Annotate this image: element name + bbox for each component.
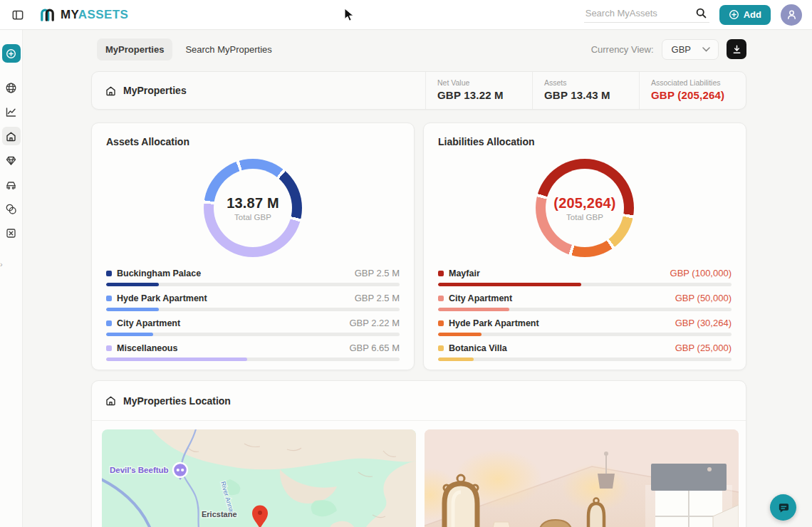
currency-select[interactable]: GBP bbox=[662, 39, 719, 60]
property-photo[interactable] bbox=[425, 429, 739, 527]
sidebar-add-button[interactable] bbox=[2, 44, 21, 63]
donut-total-value: (205,264) bbox=[553, 195, 615, 212]
legend-name: Buckingham Palace bbox=[117, 268, 201, 278]
legend-item[interactable]: Botanica Villa GBP (25,000) bbox=[438, 343, 732, 361]
avatar[interactable] bbox=[781, 4, 802, 26]
sidebar-item-valuables[interactable] bbox=[2, 151, 21, 169]
donut-total-value: 13.87 M bbox=[227, 195, 279, 212]
stat-label: Associated Liabilities bbox=[651, 78, 734, 87]
assets-donut-chart[interactable]: 13.87 M Total GBP bbox=[204, 159, 302, 257]
legend-bar-fill bbox=[438, 358, 474, 361]
legend-bar-track bbox=[438, 333, 732, 336]
sidebar-item-properties[interactable] bbox=[2, 127, 21, 145]
main-content: MyProperties Search MyProperties Currenc… bbox=[23, 30, 812, 527]
legend-bar-fill bbox=[438, 308, 509, 311]
legend-bullet bbox=[438, 271, 444, 276]
legend-bar-track bbox=[106, 333, 400, 336]
legend-bullet bbox=[106, 271, 112, 276]
search-input[interactable] bbox=[584, 7, 695, 19]
add-button-label: Add bbox=[744, 9, 761, 20]
card-title: Assets Allocation bbox=[106, 136, 400, 147]
stat-label: Net Value bbox=[437, 78, 521, 87]
logo-mark-icon bbox=[38, 6, 56, 24]
legend-name: City Apartment bbox=[117, 318, 180, 328]
sidebar-item-globe[interactable] bbox=[2, 78, 21, 97]
legend-bullet bbox=[106, 345, 112, 351]
home-icon bbox=[105, 85, 117, 97]
summary-title: MyProperties bbox=[92, 72, 199, 109]
legend-value: GBP (25,000) bbox=[675, 343, 732, 353]
sidebar-toggle-icon[interactable] bbox=[10, 7, 26, 23]
legend-item[interactable]: Miscellaneous GBP 6.65 M bbox=[106, 343, 400, 361]
legend-value: GBP 6.65 M bbox=[349, 343, 400, 353]
chat-bubble-icon bbox=[777, 501, 790, 514]
stat-cell: Associated Liabilities GBP (205,264) bbox=[639, 72, 746, 109]
brand-name: MYASSETS bbox=[61, 8, 128, 22]
legend-bullet bbox=[438, 320, 444, 326]
gem-icon bbox=[5, 155, 17, 167]
chat-button[interactable] bbox=[770, 494, 796, 521]
download-icon bbox=[732, 44, 742, 55]
currency-view-label: Currency View: bbox=[591, 44, 654, 55]
top-navbar: MYASSETS Add bbox=[0, 0, 812, 30]
legend-value: GBP 2.22 M bbox=[349, 318, 400, 328]
donut-center: (205,264) Total GBP bbox=[546, 169, 624, 247]
legend-value: GBP (50,000) bbox=[675, 293, 732, 303]
legend-bar-fill bbox=[438, 333, 482, 336]
add-button[interactable]: Add bbox=[719, 5, 771, 25]
legend-name: Hyde Park Apartment bbox=[117, 293, 207, 303]
assets-allocation-card: Assets Allocation 13.87 M Total GBP Buck… bbox=[91, 122, 415, 370]
liabilities-donut-chart[interactable]: (205,264) Total GBP bbox=[536, 159, 634, 257]
home-icon bbox=[105, 395, 117, 407]
stat-cell: Net Value GBP 13.22 M bbox=[425, 72, 532, 109]
sidebar-item-misc[interactable] bbox=[2, 224, 21, 242]
brand-logo[interactable]: MYASSETS bbox=[38, 6, 128, 24]
legend-bullet bbox=[106, 296, 112, 301]
plus-circle-icon bbox=[6, 48, 16, 59]
legend-bullet bbox=[438, 345, 444, 351]
line-chart-icon bbox=[5, 106, 17, 118]
stat-value: GBP (205,264) bbox=[651, 89, 734, 101]
global-search bbox=[584, 7, 709, 23]
legend-bar-track bbox=[106, 283, 400, 286]
location-title: MyProperties Location bbox=[92, 381, 746, 421]
donut-total-label: Total GBP bbox=[566, 213, 603, 221]
sidebar-item-vehicles[interactable] bbox=[2, 175, 21, 194]
download-button[interactable] bbox=[727, 39, 746, 59]
property-map[interactable]: River Annan Devil's Beeftub Ericstane bbox=[102, 429, 416, 527]
box-x-icon bbox=[5, 227, 17, 239]
stat-value: GBP 13.22 M bbox=[437, 89, 521, 101]
legend-item[interactable]: Hyde Park Apartment GBP 2.5 M bbox=[106, 293, 400, 311]
sidebar-item-holdings[interactable] bbox=[2, 199, 21, 218]
sidebar-item-performance[interactable] bbox=[2, 103, 21, 121]
legend-item[interactable]: City Apartment GBP 2.22 M bbox=[106, 318, 400, 336]
liabilities-allocation-card: Liabilities Allocation (205,264) Total G… bbox=[423, 122, 746, 370]
globe-icon bbox=[5, 82, 17, 94]
legend-bar-track bbox=[106, 308, 400, 311]
chevron-down-icon bbox=[702, 47, 710, 52]
currency-value: GBP bbox=[672, 44, 691, 55]
tab-myproperties[interactable]: MyProperties bbox=[97, 38, 172, 61]
chevron-right-icon[interactable]: › bbox=[0, 261, 3, 268]
location-card: MyProperties Location bbox=[91, 380, 746, 527]
legend-item[interactable]: City Apartment GBP (50,000) bbox=[438, 293, 732, 311]
legend-bar-fill bbox=[438, 283, 581, 286]
legend-name: Mayfair bbox=[449, 268, 480, 278]
map-town-label: Ericstane bbox=[202, 510, 237, 518]
legend-value: GBP 2.5 M bbox=[355, 268, 400, 278]
tab-search-myproperties[interactable]: Search MyProperties bbox=[177, 38, 280, 61]
legend-name: Hyde Park Apartment bbox=[449, 318, 539, 328]
donut-center: 13.87 M Total GBP bbox=[214, 169, 292, 247]
stat-label: Assets bbox=[544, 78, 628, 87]
legend-item[interactable]: Mayfair GBP (100,000) bbox=[438, 268, 732, 286]
liabilities-legend: Mayfair GBP (100,000) City Apartment GBP… bbox=[438, 268, 732, 361]
legend-bar-track bbox=[438, 358, 732, 361]
legend-bar-fill bbox=[106, 333, 153, 336]
legend-bar-fill bbox=[106, 283, 159, 286]
map-poi-label: Devil's Beeftub bbox=[110, 466, 169, 474]
coins-icon bbox=[5, 203, 17, 215]
legend-item[interactable]: Hyde Park Apartment GBP (30,264) bbox=[438, 318, 732, 336]
legend-bullet bbox=[438, 296, 444, 301]
search-icon[interactable] bbox=[695, 7, 707, 19]
legend-item[interactable]: Buckingham Palace GBP 2.5 M bbox=[106, 268, 400, 286]
